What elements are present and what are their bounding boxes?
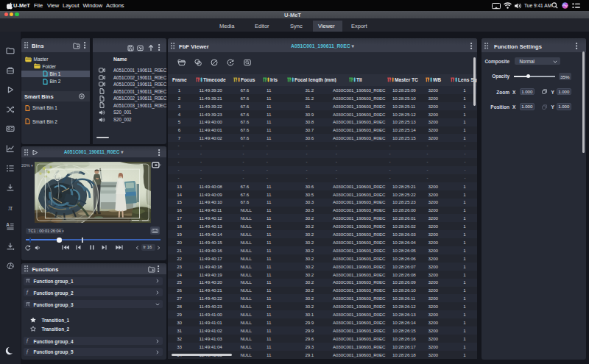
svg-text:π: π [8,203,13,212]
svg-text:A: A [6,223,10,228]
